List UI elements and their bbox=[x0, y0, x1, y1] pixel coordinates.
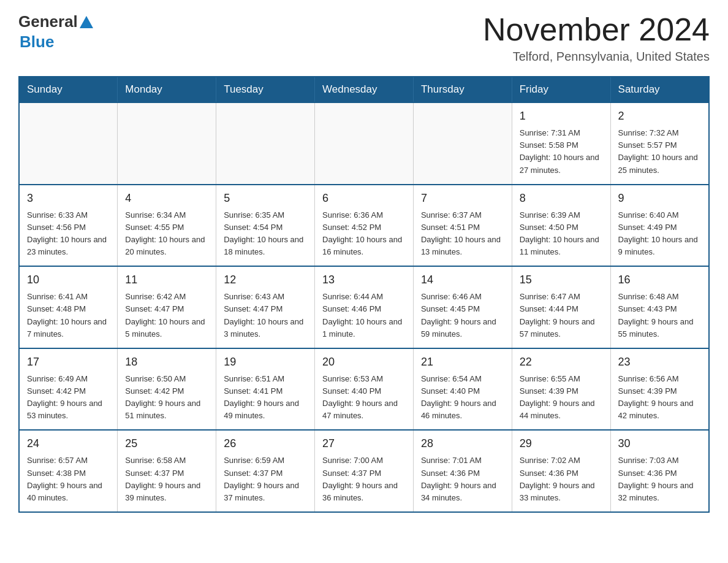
day-info: Sunrise: 6:53 AMSunset: 4:40 PMDaylight:… bbox=[322, 373, 406, 423]
day-number: 4 bbox=[125, 190, 208, 207]
calendar-cell: 13Sunrise: 6:44 AMSunset: 4:46 PMDayligh… bbox=[315, 266, 414, 348]
day-info: Sunrise: 7:31 AMSunset: 5:58 PMDaylight:… bbox=[520, 127, 603, 177]
calendar-cell: 25Sunrise: 6:58 AMSunset: 4:37 PMDayligh… bbox=[118, 430, 216, 512]
logo-general-text: General bbox=[18, 12, 78, 31]
day-number: 5 bbox=[224, 190, 307, 207]
day-number: 10 bbox=[27, 272, 110, 288]
calendar-cell: 18Sunrise: 6:50 AMSunset: 4:42 PMDayligh… bbox=[118, 348, 216, 431]
day-info: Sunrise: 6:39 AMSunset: 4:50 PMDaylight:… bbox=[520, 209, 603, 259]
day-info: Sunrise: 6:56 AMSunset: 4:39 PMDaylight:… bbox=[618, 373, 701, 423]
day-info: Sunrise: 6:40 AMSunset: 4:49 PMDaylight:… bbox=[618, 209, 701, 259]
logo-blue-text: Blue bbox=[20, 33, 54, 51]
calendar-week-row: 24Sunrise: 6:57 AMSunset: 4:38 PMDayligh… bbox=[19, 430, 709, 512]
day-number: 29 bbox=[520, 435, 603, 452]
day-number: 26 bbox=[224, 435, 307, 452]
calendar-cell: 22Sunrise: 6:55 AMSunset: 4:39 PMDayligh… bbox=[512, 348, 610, 431]
day-info: Sunrise: 6:37 AMSunset: 4:51 PMDaylight:… bbox=[421, 209, 504, 259]
day-info: Sunrise: 6:34 AMSunset: 4:55 PMDaylight:… bbox=[125, 209, 208, 259]
day-number: 12 bbox=[224, 272, 307, 288]
day-info: Sunrise: 6:35 AMSunset: 4:54 PMDaylight:… bbox=[224, 209, 307, 259]
weekday-header-row: SundayMondayTuesdayWednesdayThursdayFrid… bbox=[19, 77, 709, 102]
calendar-cell: 1Sunrise: 7:31 AMSunset: 5:58 PMDaylight… bbox=[512, 102, 610, 185]
calendar-cell: 7Sunrise: 6:37 AMSunset: 4:51 PMDaylight… bbox=[413, 185, 512, 267]
svg-marker-0 bbox=[80, 16, 93, 28]
calendar-cell: 27Sunrise: 7:00 AMSunset: 4:37 PMDayligh… bbox=[315, 430, 414, 512]
day-info: Sunrise: 6:47 AMSunset: 4:44 PMDaylight:… bbox=[520, 291, 603, 340]
calendar-cell bbox=[315, 102, 414, 185]
logo-triangle bbox=[80, 16, 93, 28]
calendar-cell: 17Sunrise: 6:49 AMSunset: 4:42 PMDayligh… bbox=[19, 348, 118, 431]
calendar-week-row: 1Sunrise: 7:31 AMSunset: 5:58 PMDaylight… bbox=[19, 102, 709, 185]
day-info: Sunrise: 6:58 AMSunset: 4:37 PMDaylight:… bbox=[125, 454, 208, 504]
day-number: 30 bbox=[618, 435, 701, 452]
day-number: 11 bbox=[125, 272, 208, 288]
day-number: 2 bbox=[618, 108, 701, 124]
logo-text: General bbox=[18, 12, 93, 31]
day-info: Sunrise: 6:44 AMSunset: 4:46 PMDaylight:… bbox=[322, 291, 406, 340]
day-number: 6 bbox=[322, 190, 406, 207]
day-number: 13 bbox=[322, 272, 406, 288]
day-info: Sunrise: 6:51 AMSunset: 4:41 PMDaylight:… bbox=[224, 373, 307, 423]
day-number: 3 bbox=[27, 190, 110, 207]
location-title: Telford, Pennsylvania, United States bbox=[483, 50, 710, 64]
day-info: Sunrise: 6:42 AMSunset: 4:47 PMDaylight:… bbox=[125, 291, 208, 340]
day-info: Sunrise: 6:49 AMSunset: 4:42 PMDaylight:… bbox=[27, 373, 110, 423]
weekday-header-tuesday: Tuesday bbox=[216, 77, 315, 102]
day-number: 20 bbox=[322, 354, 406, 370]
calendar-cell: 15Sunrise: 6:47 AMSunset: 4:44 PMDayligh… bbox=[512, 266, 610, 348]
calendar-cell: 30Sunrise: 7:03 AMSunset: 4:36 PMDayligh… bbox=[610, 430, 709, 512]
day-info: Sunrise: 7:32 AMSunset: 5:57 PMDaylight:… bbox=[618, 127, 701, 177]
calendar-cell: 2Sunrise: 7:32 AMSunset: 5:57 PMDaylight… bbox=[610, 102, 709, 185]
calendar-cell: 6Sunrise: 6:36 AMSunset: 4:52 PMDaylight… bbox=[315, 185, 414, 267]
calendar-cell: 16Sunrise: 6:48 AMSunset: 4:43 PMDayligh… bbox=[610, 266, 709, 348]
day-number: 19 bbox=[224, 354, 307, 370]
weekday-header-saturday: Saturday bbox=[610, 77, 709, 102]
day-number: 16 bbox=[618, 272, 701, 288]
calendar-cell: 3Sunrise: 6:33 AMSunset: 4:56 PMDaylight… bbox=[19, 185, 118, 267]
day-number: 7 bbox=[421, 190, 504, 207]
weekday-header-monday: Monday bbox=[118, 77, 216, 102]
calendar-cell: 23Sunrise: 6:56 AMSunset: 4:39 PMDayligh… bbox=[610, 348, 709, 431]
calendar-week-row: 3Sunrise: 6:33 AMSunset: 4:56 PMDaylight… bbox=[19, 185, 709, 267]
day-number: 21 bbox=[421, 354, 504, 370]
day-info: Sunrise: 6:50 AMSunset: 4:42 PMDaylight:… bbox=[125, 373, 208, 423]
day-info: Sunrise: 6:57 AMSunset: 4:38 PMDaylight:… bbox=[27, 454, 110, 504]
weekday-header-wednesday: Wednesday bbox=[315, 77, 414, 102]
page-header: General Blue November 2024 Telford, Penn… bbox=[18, 12, 710, 64]
calendar-cell: 29Sunrise: 7:02 AMSunset: 4:36 PMDayligh… bbox=[512, 430, 610, 512]
day-info: Sunrise: 6:55 AMSunset: 4:39 PMDaylight:… bbox=[520, 373, 603, 423]
day-number: 8 bbox=[520, 190, 603, 207]
calendar-cell: 19Sunrise: 6:51 AMSunset: 4:41 PMDayligh… bbox=[216, 348, 315, 431]
day-number: 22 bbox=[520, 354, 603, 370]
calendar-cell: 10Sunrise: 6:41 AMSunset: 4:48 PMDayligh… bbox=[19, 266, 118, 348]
calendar-cell: 9Sunrise: 6:40 AMSunset: 4:49 PMDaylight… bbox=[610, 185, 709, 267]
calendar-cell: 4Sunrise: 6:34 AMSunset: 4:55 PMDaylight… bbox=[118, 185, 216, 267]
weekday-header-sunday: Sunday bbox=[19, 77, 118, 102]
day-number: 9 bbox=[618, 190, 701, 207]
title-area: November 2024 Telford, Pennsylvania, Uni… bbox=[483, 12, 710, 64]
day-info: Sunrise: 6:41 AMSunset: 4:48 PMDaylight:… bbox=[27, 291, 110, 340]
day-number: 17 bbox=[27, 354, 110, 370]
weekday-header-friday: Friday bbox=[512, 77, 610, 102]
day-info: Sunrise: 6:59 AMSunset: 4:37 PMDaylight:… bbox=[224, 454, 307, 504]
day-number: 25 bbox=[125, 435, 208, 452]
calendar-cell bbox=[216, 102, 315, 185]
day-number: 28 bbox=[421, 435, 504, 452]
weekday-header-thursday: Thursday bbox=[413, 77, 512, 102]
calendar-cell: 26Sunrise: 6:59 AMSunset: 4:37 PMDayligh… bbox=[216, 430, 315, 512]
day-info: Sunrise: 6:54 AMSunset: 4:40 PMDaylight:… bbox=[421, 373, 504, 423]
day-info: Sunrise: 7:02 AMSunset: 4:36 PMDaylight:… bbox=[520, 454, 603, 504]
calendar-cell: 5Sunrise: 6:35 AMSunset: 4:54 PMDaylight… bbox=[216, 185, 315, 267]
month-title: November 2024 bbox=[483, 12, 710, 47]
day-number: 24 bbox=[27, 435, 110, 452]
day-number: 18 bbox=[125, 354, 208, 370]
day-info: Sunrise: 7:01 AMSunset: 4:36 PMDaylight:… bbox=[421, 454, 504, 504]
day-number: 14 bbox=[421, 272, 504, 288]
day-info: Sunrise: 7:03 AMSunset: 4:36 PMDaylight:… bbox=[618, 454, 701, 504]
calendar-cell bbox=[413, 102, 512, 185]
calendar-cell bbox=[19, 102, 118, 185]
day-info: Sunrise: 6:46 AMSunset: 4:45 PMDaylight:… bbox=[421, 291, 504, 340]
calendar-week-row: 17Sunrise: 6:49 AMSunset: 4:42 PMDayligh… bbox=[19, 348, 709, 431]
calendar-week-row: 10Sunrise: 6:41 AMSunset: 4:48 PMDayligh… bbox=[19, 266, 709, 348]
calendar-cell bbox=[118, 102, 216, 185]
